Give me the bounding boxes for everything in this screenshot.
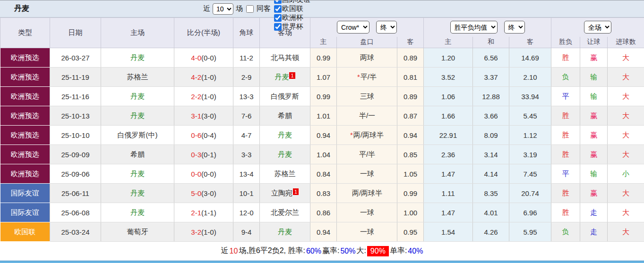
score-cell: 5-0(3-0)	[174, 184, 233, 203]
away-team-link[interactable]: 北爱尔兰	[271, 208, 299, 216]
home-team-link[interactable]: 苏格兰	[127, 73, 148, 81]
league-filter: 欧国联	[273, 4, 310, 13]
avg-home-value: 1.06	[424, 87, 473, 106]
period-select[interactable]: 全场	[584, 21, 611, 34]
result-handicap: 赢	[580, 184, 608, 203]
away-team-link[interactable]: 苏格兰	[275, 170, 296, 178]
fulltime-score: 0-0	[191, 170, 201, 178]
handicap-text: 一球	[360, 228, 374, 236]
away-team-cell: 丹麦1	[260, 68, 310, 87]
matches-label: 场	[236, 4, 243, 13]
result-win-loss: 胜	[551, 203, 580, 222]
league-filter-checkbox[interactable]	[274, 23, 282, 31]
home-team-cell: 丹麦	[101, 203, 174, 222]
score-cell: 3-1(3-0)	[174, 106, 233, 126]
odds-away-value: 0.81	[397, 68, 424, 87]
away-team-cell: 丹麦	[260, 145, 310, 164]
away-team-link[interactable]: 丹麦	[278, 150, 292, 158]
away-team-link[interactable]: 丹麦	[275, 73, 289, 81]
col-header-avg-away: 客	[509, 37, 551, 48]
corner-score: 10-1	[233, 184, 260, 203]
league-filter-label: 世界杯	[282, 22, 303, 31]
home-team-link[interactable]: 葡萄牙	[127, 228, 148, 236]
result-goals: 大	[608, 222, 644, 242]
result-goals: 大	[608, 48, 644, 68]
away-team-link[interactable]: 希腊	[278, 111, 292, 119]
handicap-value: 平/半	[337, 145, 397, 164]
col-header-odds-away: 客	[397, 37, 424, 48]
avg-draw-value: 8.35	[473, 184, 509, 203]
fulltime-score: 2-2	[191, 93, 201, 101]
halftime-score: (0-1)	[201, 151, 216, 159]
result-win-loss: 胜	[551, 106, 580, 126]
recent-count-select[interactable]: 10	[213, 3, 233, 15]
home-team-link[interactable]: 丹麦	[130, 53, 145, 61]
away-team-link[interactable]: 丹麦	[278, 131, 292, 139]
match-history-panel: 丹麦 近 10 场 同客 欧洲预选 国际友谊 欧国联 欧洲杯 世界杯	[0, 0, 644, 263]
match-type-badge: 欧洲预选	[0, 106, 50, 126]
away-team-link[interactable]: 白俄罗斯	[271, 92, 299, 100]
match-date: 25-06-11	[50, 184, 101, 203]
summary-single-pct: 40%	[408, 247, 423, 255]
corner-score: 7-6	[233, 106, 260, 126]
result-handicap: 赢	[580, 145, 608, 164]
summary-single-label: 单率:	[390, 246, 407, 256]
league-filter-checkbox[interactable]	[274, 14, 282, 22]
avg-draw-value: 8.09	[473, 126, 509, 145]
odds-time-select[interactable]: 终	[376, 21, 397, 34]
fulltime-score: 4-0	[191, 54, 201, 62]
avg-home-value: 1.47	[424, 203, 473, 222]
match-history-table: 类型 日期 主场 比分(半场) 角球 客场 Crow* 终	[0, 17, 644, 242]
col-header-handicap-result: 让球	[580, 37, 608, 48]
home-team-link[interactable]: 丹麦	[130, 189, 145, 197]
halftime-score: (1-0)	[201, 73, 216, 81]
away-team-link[interactable]: 立陶宛	[271, 189, 292, 197]
away-team-cell: 希腊	[260, 106, 310, 126]
table-row: 欧洲预选 26-03-27 丹麦 4-0(0-0) 11-2 北马其顿 0.99…	[0, 48, 644, 68]
fulltime-score: 4-2	[191, 73, 201, 81]
result-win-loss: 胜	[551, 48, 580, 68]
home-team-cell: 苏格兰	[101, 68, 174, 87]
result-win-loss: 胜	[551, 184, 580, 203]
league-filter: 国际友谊	[273, 0, 310, 4]
table-row: 欧洲预选 25-09-09 希腊 0-3(0-1) 3-3 丹麦 1.04 平/…	[0, 145, 644, 164]
home-team-link[interactable]: 希腊	[130, 150, 145, 158]
avg-away-value: 14.69	[509, 48, 551, 68]
result-win-loss: 平	[551, 87, 580, 106]
result-handicap: 输	[580, 68, 608, 87]
home-team-link[interactable]: 丹麦	[130, 170, 145, 178]
league-filter-checkbox[interactable]	[274, 5, 282, 13]
odds-away-value: 0.99	[397, 184, 424, 203]
col-header-type: 类型	[0, 18, 50, 48]
avg-away-value: 5.95	[509, 222, 551, 242]
away-team-link[interactable]: 丹麦	[278, 228, 292, 236]
result-win-loss: 负	[551, 222, 580, 242]
result-win-loss: 平	[551, 164, 580, 184]
avg-time-select[interactable]: 终	[504, 21, 525, 34]
league-filters: 欧洲预选 国际友谊 欧国联 欧洲杯 世界杯	[273, 0, 310, 31]
odds-home-value: 0.83	[310, 184, 337, 203]
fulltime-score: 2-1	[191, 209, 201, 217]
odds-away-value: 0.89	[397, 48, 424, 68]
avg-away-value: 3.19	[509, 145, 551, 164]
match-date: 25-09-06	[50, 164, 101, 184]
away-team-link[interactable]: 北马其顿	[271, 53, 299, 61]
table-row: 欧洲预选 25-11-16 丹麦 2-2(1-0) 13-3 白俄罗斯 0.99…	[0, 87, 644, 106]
home-team-link[interactable]: 白俄罗斯(中)	[118, 131, 158, 139]
summary-win-pct: 50%	[340, 247, 355, 255]
result-win-loss: 负	[551, 68, 580, 87]
league-filter-checkbox[interactable]	[274, 0, 282, 4]
avg-draw-value: 3.14	[473, 145, 509, 164]
match-date: 25-09-09	[50, 145, 101, 164]
same-away-checkbox[interactable]	[246, 5, 254, 13]
odds-home-value: 0.94	[310, 222, 337, 242]
away-team-cell: 白俄罗斯	[260, 87, 310, 106]
odds-provider-select[interactable]: Crow*	[337, 21, 369, 34]
summary-stats: 场,胜6平2负2, 胜率:	[239, 246, 305, 256]
home-team-link[interactable]: 丹麦	[130, 208, 145, 216]
home-team-link[interactable]: 丹麦	[130, 92, 145, 100]
home-team-link[interactable]: 丹麦	[130, 111, 145, 119]
handicap-value: 一球	[337, 164, 397, 184]
handicap-star: *	[350, 131, 353, 139]
avg-type-select[interactable]: 胜平负均值	[450, 21, 498, 34]
